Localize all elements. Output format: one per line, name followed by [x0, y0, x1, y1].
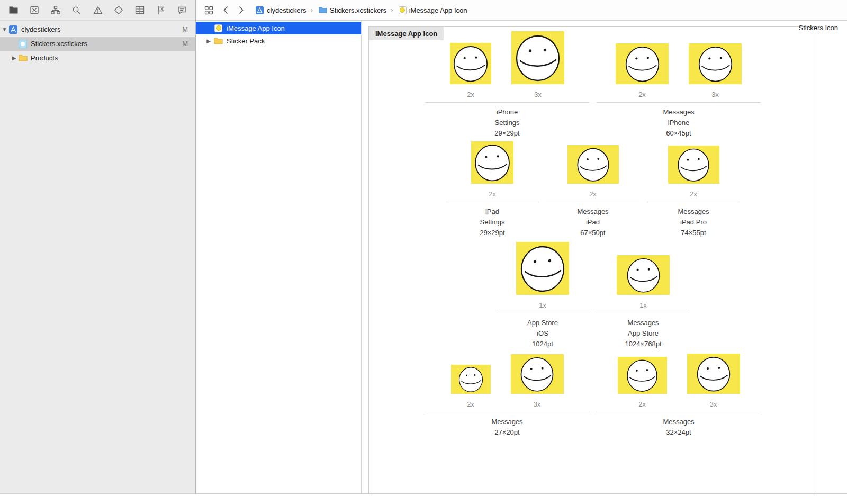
related-items-icon[interactable]: [202, 4, 215, 16]
scale-label: 3x: [710, 400, 717, 408]
icon-group-ipad-settings: 2x iPad Settings 29×29pt: [446, 156, 539, 238]
icon-well-2x[interactable]: [450, 43, 491, 84]
smiley-face-image: [450, 43, 491, 84]
group-divider: [496, 313, 589, 313]
project-navigator-icon[interactable]: [7, 4, 20, 16]
tree-item-label: Stickers.xcstickers: [31, 40, 178, 48]
jump-bar: clydestickers › Stickers.xcstickers › iM…: [196, 0, 847, 21]
tree-item-label: Products: [31, 54, 184, 62]
group-title: iPad Settings 29×29pt: [480, 206, 504, 238]
icon-grid-row-1: 2x 3x iPhon: [369, 46, 817, 139]
asset-set-list: iMessage App Icon ▶ Sticker Pack: [196, 21, 362, 493]
icon-well-2x[interactable]: [668, 146, 719, 184]
source-control-navigator-icon[interactable]: [28, 4, 41, 16]
asset-editor-canvas: iMessage App Icon 2x: [362, 21, 847, 493]
smiley-face-image: [516, 242, 569, 295]
app-icon-thumbnail: [214, 24, 223, 33]
scale-label: 2x: [489, 190, 496, 198]
tree-row-stickers-xcstickers[interactable]: Stickers.xcstickers M: [0, 37, 195, 51]
modified-badge: M: [182, 40, 188, 48]
xcode-window: ▼ clydestickers M Stickers.xcstickers M …: [0, 0, 847, 494]
scale-label: 2x: [638, 400, 646, 408]
breadcrumb-asset-catalog[interactable]: Stickers.xcstickers: [318, 4, 386, 16]
asset-row-sticker-pack[interactable]: ▶ Sticker Pack: [196, 34, 361, 47]
icon-well-1x[interactable]: [516, 242, 569, 295]
group-divider: [597, 102, 761, 103]
symbol-navigator-icon[interactable]: [49, 4, 62, 16]
smiley-face-image: [695, 43, 736, 84]
scale-label: 3x: [534, 91, 542, 98]
project-file-icon: [9, 25, 18, 34]
tree-row-products[interactable]: ▶ Products: [0, 51, 195, 65]
icon-group-messages-32x24: 2x 3x Messa: [597, 368, 761, 438]
scale-label: 2x: [638, 91, 646, 98]
icon-well-2x[interactable]: [616, 43, 669, 84]
icon-grid-row-2: 2x iPad Settings 29×29pt: [369, 156, 817, 238]
disclosure-closed-icon[interactable]: ▶: [10, 55, 19, 61]
icon-well-2x[interactable]: [618, 357, 667, 394]
test-navigator-icon[interactable]: [112, 4, 125, 16]
icon-group-messages-ipad-pro: 2x Messages iPad Pro 74×55pt: [647, 156, 740, 238]
group-divider: [425, 412, 589, 412]
disclosure-open-icon[interactable]: ▼: [0, 26, 9, 32]
smiley-face-image: [674, 146, 713, 184]
icon-well-2x[interactable]: [471, 141, 513, 184]
group-title: Messages iPhone 60×45pt: [663, 107, 694, 139]
scale-label: 3x: [534, 400, 541, 408]
app-icon-thumbnail: [399, 6, 407, 14]
sticker-pack-file-icon: [19, 40, 28, 48]
tree-row-clydestickers[interactable]: ▼ clydestickers M: [0, 22, 195, 37]
smiley-face-image: [624, 255, 663, 295]
project-file-icon: [255, 4, 264, 16]
file-tree: ▼ clydestickers M Stickers.xcstickers M …: [0, 21, 195, 65]
icon-well-1x[interactable]: [617, 255, 670, 295]
group-title: Messages 32×24pt: [663, 417, 694, 438]
group-title: App Store iOS 1024pt: [527, 318, 558, 349]
icon-group-messages-ipad: 2x Messages iPad 67×50pt: [546, 156, 639, 238]
modified-badge: M: [182, 25, 188, 33]
disclosure-closed-icon[interactable]: ▶: [203, 38, 214, 44]
icon-group-messages-27x20: 2x 3x Messa: [425, 368, 589, 438]
icon-set-container: iMessage App Icon 2x: [368, 26, 817, 493]
breadcrumb-separator: ›: [391, 6, 393, 14]
scale-label: 2x: [467, 400, 474, 408]
folder-icon: [19, 54, 28, 62]
report-navigator-icon[interactable]: [176, 4, 188, 16]
editor-area: clydestickers › Stickers.xcstickers › iM…: [196, 0, 847, 493]
group-title: Messages 27×20pt: [491, 417, 522, 438]
scale-label: 1x: [639, 301, 647, 309]
icon-well-3x[interactable]: [689, 43, 742, 84]
smiley-face-image: [456, 365, 485, 394]
smiley-face-image: [624, 357, 661, 394]
asset-row-imessage-app-icon[interactable]: iMessage App Icon: [196, 22, 361, 34]
group-title: iPhone Settings 29×29pt: [494, 107, 519, 139]
icon-group-iphone-settings: 2x 3x iPhon: [425, 46, 589, 139]
scale-label: 2x: [690, 190, 697, 198]
icon-group-app-store-ios: 1x App Store iOS 1024pt: [496, 256, 589, 349]
icon-well-3x[interactable]: [687, 354, 740, 394]
breadcrumb-imessage-app-icon[interactable]: iMessage App Icon: [399, 6, 467, 14]
group-divider: [446, 202, 539, 202]
find-navigator-icon[interactable]: [70, 4, 83, 16]
group-title: Messages iPad 67×50pt: [577, 206, 608, 238]
breadcrumb-label: clydestickers: [267, 6, 306, 14]
group-title: Messages iPad Pro 74×55pt: [678, 206, 709, 238]
icon-well-2x[interactable]: [567, 145, 619, 184]
group-divider: [647, 202, 740, 202]
forward-button[interactable]: [235, 4, 248, 16]
icon-well-3x[interactable]: [511, 31, 564, 84]
icon-group-messages-iphone: 2x 3x Messa: [597, 46, 761, 139]
icon-well-2x[interactable]: [451, 365, 491, 394]
breadcrumb-project[interactable]: clydestickers: [255, 4, 306, 16]
back-button[interactable]: [219, 4, 232, 16]
smiley-face-image: [471, 141, 513, 184]
group-divider: [597, 412, 761, 412]
smiley-face-image: [693, 354, 734, 394]
debug-navigator-icon[interactable]: [133, 4, 146, 16]
smiley-face-image: [517, 354, 557, 394]
breadcrumb-label: Stickers.xcstickers: [330, 6, 386, 14]
scale-label: 2x: [467, 91, 474, 98]
icon-well-3x[interactable]: [511, 354, 564, 394]
issue-navigator-icon[interactable]: [92, 4, 104, 16]
breakpoint-navigator-icon[interactable]: [155, 4, 167, 16]
